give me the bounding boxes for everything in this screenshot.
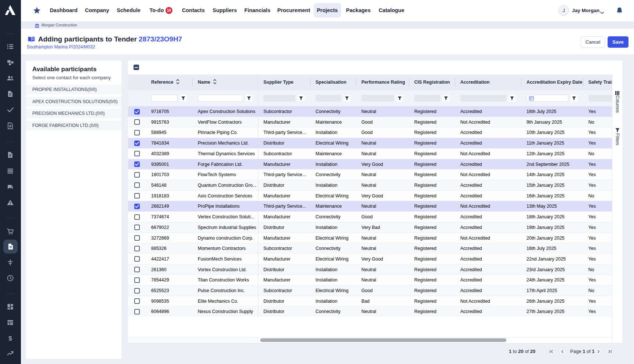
svg-text:$: $ <box>8 335 12 342</box>
